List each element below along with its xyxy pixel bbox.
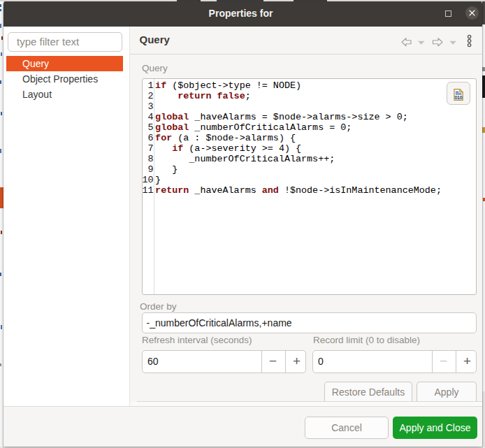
svg-text:010: 010 [454,94,462,101]
